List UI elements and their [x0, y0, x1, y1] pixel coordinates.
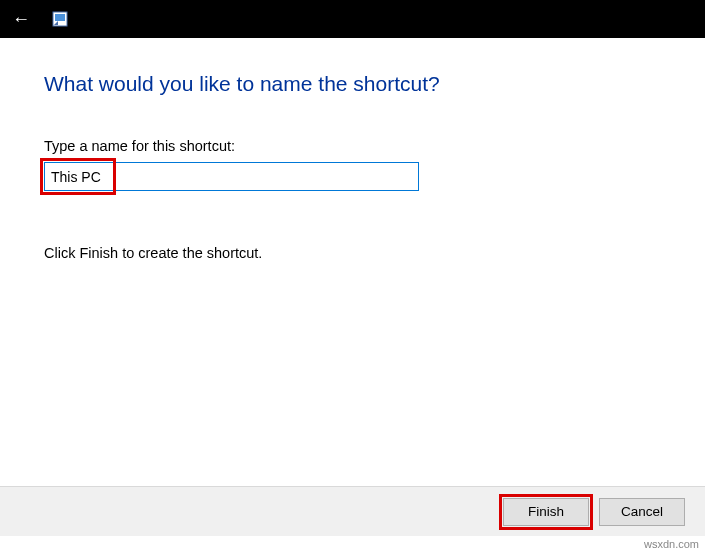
shortcut-name-input[interactable]	[44, 162, 419, 191]
wizard-heading: What would you like to name the shortcut…	[44, 72, 661, 96]
back-arrow-icon[interactable]: ←	[8, 9, 34, 30]
shortcut-wizard-icon	[52, 11, 68, 27]
input-label: Type a name for this shortcut:	[44, 138, 661, 154]
instruction-text: Click Finish to create the shortcut.	[44, 245, 661, 261]
svg-rect-1	[55, 14, 65, 21]
wizard-footer: Finish Cancel	[0, 486, 705, 536]
finish-button[interactable]: Finish	[503, 498, 589, 526]
titlebar: ←	[0, 0, 705, 38]
cancel-button[interactable]: Cancel	[599, 498, 685, 526]
watermark-text: wsxdn.com	[644, 538, 699, 550]
input-container	[44, 162, 419, 191]
wizard-content: What would you like to name the shortcut…	[0, 38, 705, 261]
finish-button-container: Finish	[503, 498, 589, 526]
